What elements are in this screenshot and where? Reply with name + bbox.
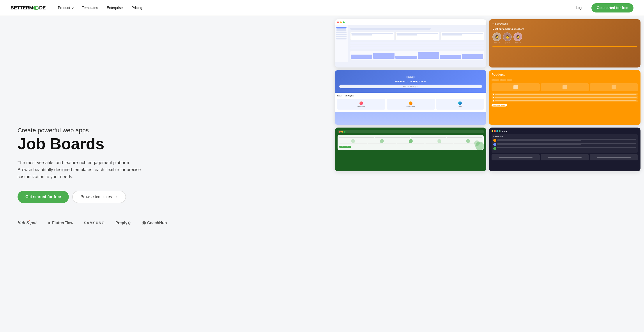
podcast-card-2 xyxy=(540,83,589,91)
sc6-chat-2 xyxy=(493,143,636,146)
logo-dot-blue xyxy=(496,130,498,132)
sc3-topic-3: Features xyxy=(436,99,484,110)
sc6-thumb-3 xyxy=(590,154,638,160)
hero-screenshots-grid: THE SPEAKERS Meet our amazing speakers 👩… xyxy=(335,16,644,332)
podcast-card-3 xyxy=(590,83,638,91)
screenshot-dashboard xyxy=(335,19,486,68)
get-started-hero-button[interactable]: Get started for free xyxy=(18,191,69,203)
sc6-panel: Creative Hub xyxy=(492,134,638,153)
nav-left: BETTERM DE Product Templates Enterprise … xyxy=(10,4,146,12)
speaker-avatar-2: 👨 xyxy=(503,33,512,41)
podcast-card-1 xyxy=(492,83,540,91)
sc3-search: How can we help you xyxy=(339,85,482,88)
sc3-browse-title: Browse Help Topics xyxy=(337,95,484,97)
preply-icon xyxy=(128,222,131,225)
window-close-dot xyxy=(337,22,339,23)
hero-subtitle: Create powerful web apps xyxy=(18,127,324,134)
nav-right: Login Get started for free xyxy=(572,3,634,13)
sc6-chat-3 xyxy=(493,147,636,150)
brand-logos-strip: HubSpot FlutterFlow SAMSUNG Preply xyxy=(18,221,324,225)
browse-templates-button[interactable]: Browse templates → xyxy=(72,191,126,203)
sc5-content: earthguardians xyxy=(338,135,484,150)
sc6-logo: IDEA xyxy=(492,130,638,132)
sc3-topic-1: Getting Started xyxy=(337,99,385,110)
hero-description: The most versatile, and feature-rich eng… xyxy=(18,159,149,180)
chevron-down-icon xyxy=(72,7,74,9)
sc3-topic-2: Account & Billing xyxy=(386,99,435,110)
sc4-podcast-grid xyxy=(492,83,638,91)
speaker-avatar-3: 👩 xyxy=(514,33,522,41)
hero-section: Create powerful web apps Job Boards The … xyxy=(0,16,644,332)
logo-dot-green xyxy=(499,130,500,132)
sc4-list xyxy=(492,93,638,102)
nav-links: Product Templates Enterprise Pricing xyxy=(54,4,146,12)
window-maximize-dot xyxy=(343,22,344,23)
samsung-logo: SAMSUNG xyxy=(84,221,105,225)
sc2-avatars: 👩 Speaker 👨 Speaker 👩 Speaker xyxy=(492,33,637,44)
sc2-header-text: THE SPEAKERS xyxy=(492,23,637,25)
logo-text-before: BETTERM xyxy=(10,5,33,11)
sc5-members-grid xyxy=(339,139,482,144)
logo[interactable]: BETTERM DE xyxy=(10,5,46,11)
sc6-chat-1 xyxy=(493,139,636,142)
logo-icon xyxy=(33,6,39,10)
preply-logo: Preply xyxy=(116,221,131,225)
flutterflow-icon xyxy=(47,221,51,225)
get-started-nav-button[interactable]: Get started for free xyxy=(592,3,634,13)
coachhub-icon xyxy=(142,221,146,225)
sc6-thumbnails xyxy=(492,154,638,160)
hero-left: Create powerful web apps Job Boards The … xyxy=(0,16,335,332)
nav-product[interactable]: Product xyxy=(54,4,77,12)
sc4-nav: Episodes Guests About xyxy=(492,79,638,81)
sc3-title: Welcome to the Help Center xyxy=(339,80,482,83)
logo-text-after: DE xyxy=(39,5,46,11)
screenshot-earthguardians: earthguardians xyxy=(335,128,486,171)
nav-templates[interactable]: Templates xyxy=(79,4,102,12)
sc6-thumb-1 xyxy=(492,154,540,160)
hero-title: Job Boards xyxy=(18,136,324,152)
sc4-logo: Podders. xyxy=(492,73,638,76)
screenshot-help-center: CLOUD Welcome to the Help Center How can… xyxy=(335,70,486,125)
nav-pricing[interactable]: Pricing xyxy=(128,4,146,12)
sc3-topics: Getting Started Account & Billing Featur… xyxy=(337,99,484,110)
hero-buttons: Get started for free Browse templates → xyxy=(18,191,324,203)
logo-dot-orange xyxy=(494,130,496,132)
sc6-panel-title: Creative Hub xyxy=(493,136,636,137)
coachhub-logo: CoachHub xyxy=(142,221,167,225)
sc3-cloud-badge: CLOUD xyxy=(406,76,415,79)
flutterflow-logo: FlutterFlow xyxy=(47,221,74,225)
navbar: BETTERM DE Product Templates Enterprise … xyxy=(0,0,644,16)
sc5-logo-badge: earthguardians xyxy=(339,146,351,148)
sc2-title: Meet our amazing speakers xyxy=(492,28,637,30)
sc6-thumb-2 xyxy=(540,154,589,160)
window-minimize-dot xyxy=(340,22,342,23)
hubspot-logo: HubSpot xyxy=(18,221,36,225)
login-button[interactable]: Login xyxy=(572,4,588,12)
sc5-toolbar xyxy=(339,137,482,138)
logo-dot-yellow xyxy=(492,130,493,132)
svg-point-4 xyxy=(143,222,145,224)
speaker-avatar-1: 👩 xyxy=(492,33,501,41)
screenshot-speakers: THE SPEAKERS Meet our amazing speakers 👩… xyxy=(489,19,640,68)
nav-enterprise[interactable]: Enterprise xyxy=(103,4,126,12)
screenshot-podders: Podders. Episodes Guests About Download … xyxy=(489,70,640,125)
sc4-cta: Download Podcast xyxy=(492,104,507,107)
screenshot-idea: IDEA Creative Hub xyxy=(489,128,640,171)
